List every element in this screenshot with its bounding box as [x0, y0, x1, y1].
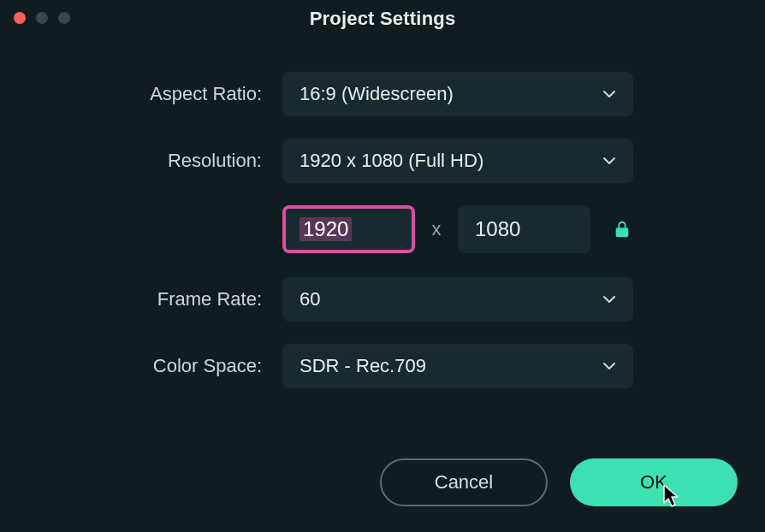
lock-icon[interactable] [613, 220, 632, 239]
aspect-ratio-row: Aspect Ratio: 16:9 (Widescreen) [34, 72, 731, 116]
frame-rate-select[interactable]: 60 [282, 277, 633, 322]
resolution-width-input[interactable]: 1920 [282, 205, 415, 253]
resolution-row: Resolution: 1920 x 1080 (Full HD) [34, 139, 731, 183]
resolution-value: 1920 x 1080 (Full HD) [299, 150, 483, 172]
frame-rate-value: 60 [299, 288, 320, 310]
resolution-height-input[interactable]: 1080 [458, 205, 590, 253]
close-window-button[interactable] [14, 12, 26, 24]
project-settings-dialog: Project Settings Aspect Ratio: 16:9 (Wid… [0, 0, 765, 532]
resolution-separator: x [430, 218, 442, 240]
chevron-down-icon [602, 359, 616, 373]
dialog-title: Project Settings [0, 8, 765, 30]
chevron-down-icon [602, 87, 616, 101]
cancel-button[interactable]: Cancel [380, 458, 548, 506]
color-space-label: Color Space: [34, 355, 282, 377]
window-controls [14, 12, 70, 24]
ok-button[interactable]: OK [570, 458, 738, 506]
resolution-height-value: 1080 [475, 217, 520, 241]
frame-rate-label: Frame Rate: [34, 288, 282, 310]
chevron-down-icon [602, 293, 616, 306]
dialog-content: Aspect Ratio: 16:9 (Widescreen) Resoluti… [0, 38, 765, 388]
minimize-window-button[interactable] [36, 12, 48, 24]
cancel-button-label: Cancel [435, 471, 493, 494]
titlebar: Project Settings [0, 0, 765, 38]
resolution-label: Resolution: [34, 150, 282, 172]
aspect-ratio-label: Aspect Ratio: [34, 83, 282, 105]
dialog-footer: Cancel OK [380, 458, 738, 506]
zoom-window-button[interactable] [58, 12, 70, 24]
frame-rate-row: Frame Rate: 60 [34, 277, 731, 322]
color-space-select[interactable]: SDR - Rec.709 [282, 344, 633, 388]
resolution-inputs: 1920 x 1080 [282, 205, 731, 253]
aspect-ratio-value: 16:9 (Widescreen) [299, 83, 454, 105]
color-space-row: Color Space: SDR - Rec.709 [34, 344, 731, 388]
resolution-width-value: 1920 [299, 217, 352, 241]
color-space-value: SDR - Rec.709 [299, 355, 426, 377]
aspect-ratio-select[interactable]: 16:9 (Widescreen) [282, 72, 633, 116]
resolution-select[interactable]: 1920 x 1080 (Full HD) [282, 139, 633, 183]
chevron-down-icon [602, 154, 616, 168]
ok-button-label: OK [640, 471, 667, 494]
